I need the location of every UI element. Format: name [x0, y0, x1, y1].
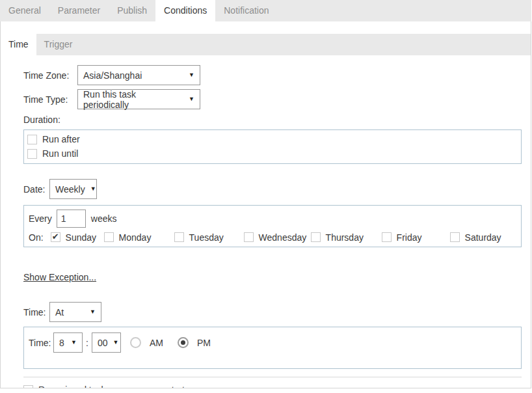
minute-value: 00: [98, 338, 108, 348]
every-label: Every: [29, 213, 52, 224]
run-after-row: ✔ Run after: [27, 132, 521, 146]
divider: [23, 377, 522, 377]
caret-down-icon: ▼: [113, 340, 118, 346]
day-sunday: ✔ Sunday: [51, 232, 104, 243]
day-wednesday: ✔ Wednesday: [244, 232, 311, 243]
date-value: Weekly: [55, 184, 85, 195]
timetype-row: Time Type: Run this task periodically ▼: [23, 89, 521, 109]
time-detail-row: Time: 8 ▼ : 00 ▼ AM PM: [29, 332, 521, 353]
run-until-checkbox[interactable]: ✔: [27, 149, 37, 159]
radio-dot: [181, 340, 185, 345]
run-until-row: ✔ Run until: [27, 146, 521, 161]
timetype-value: Run this task periodically: [83, 89, 183, 110]
timezone-label: Time Zone:: [23, 70, 77, 81]
timezone-row: Time Zone: Asia/Shanghai ▼: [23, 65, 521, 85]
run-missed-row: ✔ Run missed task upon server restart: [23, 385, 521, 388]
run-missed-checkbox[interactable]: ✔: [23, 385, 33, 389]
hour-value: 8: [59, 338, 64, 348]
tab-publish[interactable]: Publish: [109, 0, 155, 21]
tab-parameter[interactable]: Parameter: [49, 0, 109, 21]
friday-checkbox[interactable]: ✔: [382, 232, 392, 242]
minute-select[interactable]: 00 ▼: [92, 332, 121, 353]
tab-notification[interactable]: Notification: [215, 0, 277, 21]
thursday-checkbox[interactable]: ✔: [311, 232, 321, 242]
caret-down-icon: ▼: [189, 72, 194, 78]
am-label: AM: [150, 338, 163, 348]
on-label: On:: [29, 232, 44, 243]
pm-radio[interactable]: [178, 337, 189, 348]
weeks-label: weeks: [91, 213, 117, 224]
wednesday-checkbox[interactable]: ✔: [244, 232, 254, 242]
run-after-checkbox[interactable]: ✔: [27, 135, 37, 144]
subtab-time[interactable]: Time: [1, 34, 36, 55]
day-monday: ✔ Monday: [104, 232, 174, 243]
timezone-select[interactable]: Asia/Shanghai ▼: [77, 65, 200, 85]
saturday-label: Saturday: [465, 232, 501, 243]
monday-label: Monday: [119, 232, 152, 243]
timetype-select[interactable]: Run this task periodically ▼: [77, 89, 200, 109]
subtab-trigger[interactable]: Trigger: [36, 34, 81, 55]
duration-label: Duration:: [23, 113, 521, 126]
day-tuesday: ✔ Tuesday: [174, 232, 244, 243]
tab-general[interactable]: General: [0, 0, 49, 21]
caret-down-icon: ▼: [90, 309, 96, 315]
date-label: Date:: [23, 184, 49, 195]
run-after-label: Run after: [42, 134, 80, 144]
timezone-value: Asia/Shanghai: [83, 70, 142, 81]
every-weeks-row: Every weeks: [29, 210, 521, 228]
sunday-label: Sunday: [66, 232, 96, 243]
time-box: Time: 8 ▼ : 00 ▼ AM PM: [23, 327, 522, 369]
date-row: Date: Weekly ▼: [23, 179, 521, 199]
day-friday: ✔ Friday: [382, 232, 450, 243]
saturday-checkbox[interactable]: ✔: [450, 232, 460, 242]
friday-label: Friday: [397, 232, 422, 243]
time-settings-form: Time Zone: Asia/Shanghai ▼ Time Type: Ru…: [1, 55, 531, 388]
time-mode-label: Time:: [23, 307, 49, 318]
sunday-checkbox[interactable]: ✔: [51, 232, 60, 242]
weekly-box: Every weeks On: ✔ Sunday ✔ Monday ✔ Tues…: [23, 205, 522, 247]
day-saturday: ✔ Saturday: [450, 232, 501, 243]
time-separator: :: [86, 338, 88, 348]
time-mode-select[interactable]: At ▼: [49, 302, 101, 322]
check-icon: ✔: [52, 232, 59, 241]
time-mode-value: At: [55, 307, 64, 318]
conditions-panel: Time Trigger Time Zone: Asia/Shanghai ▼ …: [0, 21, 531, 388]
tab-conditions[interactable]: Conditions: [155, 0, 215, 21]
caret-down-icon: ▼: [189, 96, 194, 102]
weekday-row: On: ✔ Sunday ✔ Monday ✔ Tuesday ✔ Wednes…: [29, 231, 521, 243]
caret-down-icon: ▼: [71, 340, 77, 346]
tuesday-checkbox[interactable]: ✔: [174, 232, 184, 242]
monday-checkbox[interactable]: ✔: [104, 232, 114, 242]
caret-down-icon: ▼: [90, 186, 96, 192]
every-weeks-input[interactable]: [57, 210, 86, 228]
time-mode-row: Time: At ▼: [23, 302, 521, 322]
main-tab-bar: General Parameter Publish Conditions Not…: [0, 0, 531, 21]
hour-select[interactable]: 8 ▼: [53, 332, 83, 353]
run-missed-label: Run missed task upon server restart: [38, 385, 185, 388]
pm-label: PM: [197, 338, 211, 348]
duration-box: ✔ Run after ✔ Run until: [23, 129, 522, 164]
sub-tab-bar: Time Trigger: [1, 34, 531, 55]
show-exception-link[interactable]: Show Exception...: [23, 272, 96, 282]
tuesday-label: Tuesday: [189, 232, 224, 243]
day-thursday: ✔ Thursday: [311, 232, 382, 243]
am-radio[interactable]: [130, 337, 141, 348]
thursday-label: Thursday: [326, 232, 364, 243]
time-detail-label: Time:: [29, 338, 53, 348]
timetype-label: Time Type:: [23, 94, 77, 105]
wednesday-label: Wednesday: [259, 232, 307, 243]
tab-panel-gap: [1, 21, 531, 34]
date-select[interactable]: Weekly ▼: [49, 179, 97, 199]
run-until-label: Run until: [42, 148, 78, 159]
